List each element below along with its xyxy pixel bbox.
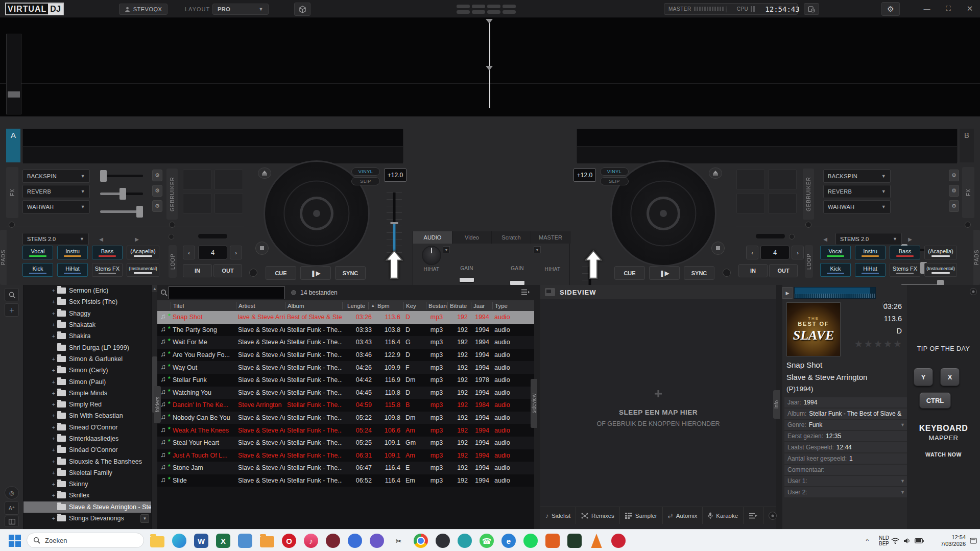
deck-b-pad-page-select[interactable]: STEMS 2.0▼ xyxy=(835,233,902,245)
sampler-button[interactable]: Sampler xyxy=(620,507,663,524)
deck-b-loop-rail[interactable]: LOOP xyxy=(805,245,813,278)
deck-b-loop-move[interactable] xyxy=(756,234,785,238)
record-target-button[interactable]: ◎ xyxy=(5,486,19,499)
col-type[interactable]: Type xyxy=(492,302,516,309)
maximize-button[interactable]: ⛶ xyxy=(941,3,956,14)
taskbar-app-icon[interactable]: X xyxy=(216,534,230,548)
karaoke-button[interactable]: Karaoke xyxy=(703,507,744,524)
browser-view-button[interactable] xyxy=(5,516,19,527)
deck-b-vinyl-button[interactable]: VINYL xyxy=(600,167,629,176)
deck-a-fx1-settings[interactable]: ⚙ xyxy=(152,170,162,181)
expand-plus[interactable]: + xyxy=(50,515,57,521)
pad-acapella[interactable]: (Acapella) xyxy=(924,246,957,259)
taskbar-clock[interactable]: 12:547/03/2026 xyxy=(941,530,966,551)
track-row[interactable]: ♫★ Stone Jam Slave & Steve Ar... Stellar… xyxy=(157,462,534,474)
language-indicator[interactable]: NLDBEP xyxy=(879,530,889,551)
info-row[interactable]: User 2: ▼ xyxy=(784,487,909,497)
loop-dot[interactable] xyxy=(789,234,795,239)
deck-a-loop-move[interactable] xyxy=(198,234,227,238)
info-row[interactable]: User 1: ▼ xyxy=(784,476,909,486)
expand-plus[interactable]: + xyxy=(50,322,57,328)
loop-size-display[interactable]: 4 xyxy=(760,246,790,259)
remixes-button[interactable]: Remixes xyxy=(576,507,620,524)
deck-a-fx1-slider[interactable] xyxy=(100,175,143,177)
folder-tree-item[interactable]: Shri Durga (LP 1999) ▼ xyxy=(23,342,157,353)
folder-tree-item[interactable]: + Skeletal Family ▼ xyxy=(23,467,157,478)
col-bitrate[interactable]: Bitrate xyxy=(447,302,471,309)
expand-plus[interactable]: + xyxy=(50,401,57,408)
col-titel[interactable]: Titel xyxy=(171,302,236,309)
deck-b-load-button[interactable] xyxy=(709,167,722,179)
folder-tree-item[interactable]: + Simon & Garfunkel ▼ xyxy=(23,353,157,365)
deck-b-volume-cap[interactable] xyxy=(510,281,524,285)
content-store-button[interactable] xyxy=(294,3,310,16)
info-row[interactable]: Eerst gezien: 12:35 ▼ xyxy=(784,431,909,441)
deck-a-play-button[interactable]: ❚▶ xyxy=(300,266,331,280)
taskbar-app-icon[interactable] xyxy=(414,534,428,548)
col-artiest[interactable]: Artiest xyxy=(236,302,285,309)
layout-select[interactable]: PRO ▼ xyxy=(212,4,269,15)
loop-double-button[interactable]: › xyxy=(792,246,804,259)
deck-a-user-rail[interactable]: GEBRUIKER xyxy=(166,169,178,220)
loop-double-button[interactable]: › xyxy=(230,246,242,259)
pad-hihat[interactable]: HiHat xyxy=(57,263,88,277)
loop-out-button[interactable]: OUT xyxy=(769,264,798,277)
settings-button[interactable]: ⚙ xyxy=(881,2,900,16)
expand-plus[interactable]: + xyxy=(50,288,57,294)
expand-plus[interactable]: + xyxy=(50,424,57,430)
loop-half-button[interactable]: ‹ xyxy=(183,246,195,259)
deck-b-sync-button[interactable]: SYNC xyxy=(684,266,714,280)
folder-tree-item[interactable]: + Simon (Carly) ▼ xyxy=(23,365,157,376)
deck-a-pad-page-select[interactable]: STEMS 2.0▼ xyxy=(22,233,89,245)
pad-hihat[interactable]: HiHat xyxy=(855,263,886,277)
pad-kick[interactable]: Kick xyxy=(820,263,851,277)
tab-scratch[interactable]: Scratch xyxy=(492,231,531,244)
loop-dot[interactable] xyxy=(169,234,174,239)
info-row[interactable]: Laatst Gespeeld: 12:44 ▼ xyxy=(784,442,909,452)
folders-collapse-tab[interactable]: folders xyxy=(154,386,161,423)
record-button[interactable] xyxy=(763,507,782,524)
track-row[interactable]: ♫★ Are You Ready Fo... Slave & Steve Ar.… xyxy=(157,349,534,362)
sideview-dropzone[interactable]: SLEEP EEN MAP HIER OF GEBRUIK DE KNOPPEN… xyxy=(540,299,776,506)
expand-plus[interactable]: + xyxy=(50,390,57,396)
stem-eq-mode-button[interactable]: ▼ xyxy=(443,246,450,253)
col-bestand[interactable]: Bestan xyxy=(426,302,447,309)
folder-tree-item[interactable]: + Slongs Dievanongs ▼ xyxy=(23,513,157,524)
pad-page-next[interactable]: ▶ xyxy=(132,233,142,245)
track-row[interactable]: ♫★ Wait For Me Slave & Steve Ar... Stell… xyxy=(157,336,534,349)
folder-tree-item[interactable]: + Siouxsie & The Banshees ▼ xyxy=(23,456,157,467)
loop-in-button[interactable]: IN xyxy=(183,264,212,277)
expand-plus[interactable]: + xyxy=(50,310,57,317)
pad-bass[interactable]: Bass xyxy=(92,246,123,259)
deck-layout-switcher[interactable] xyxy=(457,5,520,14)
folder-tree-item[interactable]: + Simon (Paul) ▼ xyxy=(23,376,157,387)
deck-b-pads-rail[interactable]: PADS xyxy=(973,230,980,285)
deck-a-loop-rail[interactable]: LOOP xyxy=(169,245,177,278)
deck-b-fx2-select[interactable]: REVERB▼ xyxy=(823,185,891,198)
notification-center-button[interactable] xyxy=(970,530,977,551)
deck-b-jog-wheel[interactable] xyxy=(610,160,716,267)
pad-page-prev[interactable]: ◀ xyxy=(96,233,106,245)
expand-plus[interactable]: + xyxy=(50,470,57,476)
expand-plus[interactable]: + xyxy=(50,333,57,339)
track-row[interactable]: ♫★ Weak At The Knees Slave & Steve Ar...… xyxy=(157,424,534,437)
taskbar-app-icon[interactable] xyxy=(370,534,384,548)
system-tray-icons[interactable] xyxy=(891,530,924,551)
sideview-collapse-tab[interactable]: sideview xyxy=(531,379,537,428)
taskbar-app-icon[interactable] xyxy=(523,534,538,548)
tab-video[interactable]: Video xyxy=(452,231,492,244)
expand-plus[interactable]: + xyxy=(50,356,57,362)
deck-b-slip-button[interactable]: SLIP xyxy=(600,177,629,185)
taskbar-app-icon[interactable] xyxy=(567,534,582,548)
taskbar-search[interactable]: Zoeken xyxy=(27,533,144,548)
deck-a-volume-cap[interactable] xyxy=(460,278,474,282)
folder-tree-item[interactable]: + Skinny ▼ xyxy=(23,478,157,490)
pad-vocal[interactable]: Vocal xyxy=(820,246,851,259)
folder-tree-item[interactable]: + Shakatak ▼ xyxy=(23,319,157,330)
track-row[interactable]: ♫★ Snap Shot lave & Steve Arringt Best o… xyxy=(157,311,534,324)
info-row[interactable]: Genre: Funk ▼ xyxy=(784,420,909,430)
deck-a-vinyl-button[interactable]: VINYL xyxy=(351,167,380,176)
taskbar-app-icon[interactable]: ♪ xyxy=(304,534,318,548)
pad-vocal[interactable]: Vocal xyxy=(22,246,53,259)
taskbar-app-icon[interactable] xyxy=(150,536,164,547)
